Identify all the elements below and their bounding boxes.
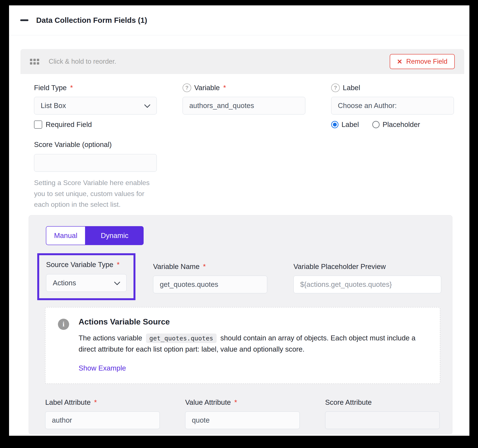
field-type-label: Field Type — [34, 84, 67, 92]
remove-x-icon: ✕ — [397, 58, 403, 65]
help-icon[interactable]: ? — [182, 83, 191, 92]
page: Data Collection Form Fields (1) Click & … — [9, 5, 469, 436]
info-text-before: The actions variable — [79, 334, 142, 342]
required-field-label: Required Field — [46, 120, 92, 129]
attributes-row: Label Attribute * Value Attribute * — [45, 398, 452, 429]
value-attribute-input[interactable] — [185, 411, 300, 429]
score-attribute-group: Score Attribute — [325, 398, 440, 429]
required-asterisk: * — [117, 261, 120, 269]
field-type-group: Field Type * List Box Required Field — [34, 83, 157, 129]
remove-field-label: Remove Field — [406, 58, 447, 65]
required-asterisk: * — [70, 84, 73, 92]
required-field-checkbox[interactable] — [34, 120, 42, 129]
card-body: Field Type * List Box Required Field — [20, 74, 464, 436]
field-type-value: List Box — [41, 102, 66, 110]
remove-field-button[interactable]: ✕ Remove Field — [390, 54, 455, 69]
required-asterisk: * — [203, 262, 206, 271]
variable-code-chip: get_quotes.quotes — [146, 334, 217, 343]
page-title: Data Collection Form Fields (1) — [36, 16, 147, 25]
tab-manual[interactable]: Manual — [46, 226, 86, 245]
actions-source-info-box: i Actions Variable Source The actions va… — [45, 307, 440, 384]
placeholder-preview-label: Variable Placeholder Preview — [294, 262, 386, 271]
score-variable-group: Score Variable (optional) Setting a Scor… — [34, 140, 157, 210]
score-variable-input[interactable] — [34, 154, 157, 172]
variable-name-input[interactable] — [153, 276, 267, 293]
label-input[interactable] — [331, 97, 454, 114]
source-variable-type-select[interactable]: Actions — [46, 274, 127, 292]
radio-label-selected[interactable] — [331, 121, 339, 128]
variable-name-group: Variable Name * — [153, 262, 267, 293]
source-variable-type-highlight: Source Variable Type * Actions — [37, 253, 135, 300]
label-field-label: Label — [343, 84, 360, 92]
chevron-down-icon — [114, 279, 120, 287]
radio-placeholder-unselected[interactable] — [372, 121, 380, 128]
field-card: Click & hold to reorder. ✕ Remove Field … — [20, 49, 464, 436]
score-variable-helper: Setting a Score Variable here enables yo… — [34, 177, 157, 210]
source-variable-type-label: Source Variable Type — [46, 261, 113, 269]
label-attribute-input[interactable] — [45, 411, 160, 429]
required-asterisk: * — [94, 398, 97, 406]
required-asterisk: * — [223, 84, 226, 92]
variable-group: ? Variable * — [182, 83, 305, 129]
field-type-select[interactable]: List Box — [34, 97, 157, 114]
score-attribute-input[interactable] — [325, 411, 440, 429]
reorder-hint: Click & hold to reorder. — [49, 58, 116, 65]
reorder-bar: Click & hold to reorder. ✕ Remove Field — [20, 49, 464, 74]
label-attribute-label: Label Attribute — [45, 398, 91, 406]
required-asterisk: * — [234, 398, 237, 406]
source-mode-toggle: Manual Dynamic — [46, 226, 452, 245]
variable-name-label: Variable Name — [153, 262, 200, 271]
score-variable-label: Score Variable (optional) — [34, 141, 112, 149]
show-example-link[interactable]: Show Example — [79, 364, 126, 372]
source-variable-type-value: Actions — [53, 279, 76, 287]
info-body: The actions variable get_quotes.quotes s… — [79, 332, 428, 355]
help-icon[interactable]: ? — [331, 83, 340, 92]
label-group: ? Label Label Placeholder — [331, 83, 454, 129]
section-header: Data Collection Form Fields (1) — [9, 5, 469, 35]
placeholder-preview-group: Variable Placeholder Preview — [294, 262, 441, 293]
drag-handle-icon[interactable] — [30, 59, 39, 65]
collapse-icon[interactable] — [20, 19, 28, 21]
info-icon: i — [58, 319, 69, 330]
radio-option-label[interactable]: Label — [331, 120, 359, 129]
score-attribute-label: Score Attribute — [325, 398, 372, 406]
variable-input[interactable] — [182, 97, 305, 114]
value-attribute-label: Value Attribute — [185, 398, 231, 406]
label-attribute-group: Label Attribute * — [45, 398, 160, 429]
value-attribute-group: Value Attribute * — [185, 398, 300, 429]
variable-label: Variable — [194, 84, 220, 92]
tab-dynamic[interactable]: Dynamic — [86, 226, 144, 245]
placeholder-preview-input — [294, 276, 441, 293]
radio-option-placeholder[interactable]: Placeholder — [372, 120, 420, 129]
info-title: Actions Variable Source — [79, 317, 428, 326]
chevron-down-icon — [144, 102, 151, 110]
options-source-panel: Manual Dynamic Source Variable Type * Ac… — [29, 215, 452, 435]
